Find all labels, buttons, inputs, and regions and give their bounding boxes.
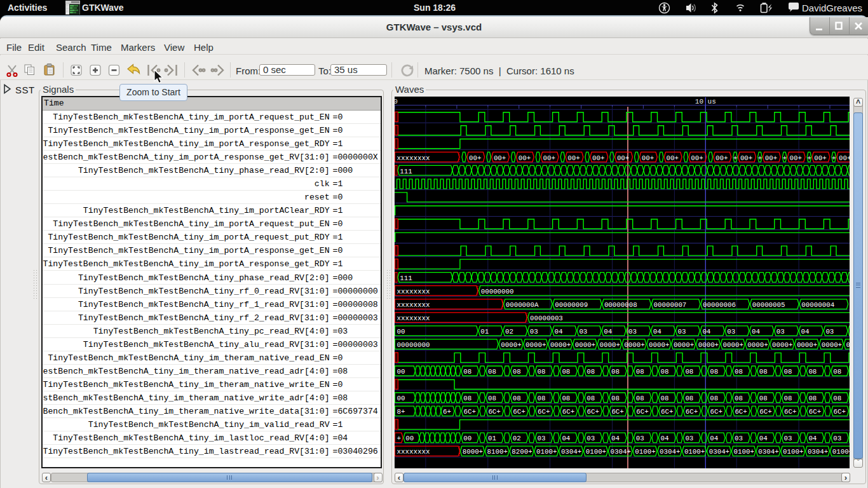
svg-text:00+: 00+ [740,154,752,162]
svg-text:08: 08 [562,368,570,376]
svg-text:0000+: 0000+ [501,341,521,349]
svg-text:03: 03 [735,435,743,442]
svg-text:08: 08 [710,368,718,376]
svg-text:0100+: 0100+ [586,448,606,456]
svg-text:6C+: 6C+ [710,408,722,416]
svg-text:00000004: 00000004 [801,301,834,309]
svg-text:00+: 00+ [567,154,580,162]
svg-text:xxxxxxxx: xxxxxxxx [397,315,430,322]
svg-text:+: + [782,154,786,162]
svg-text:03: 03 [685,435,693,442]
svg-text:00000000: 00000000 [481,288,514,295]
svg-text:0100+: 0100+ [734,448,754,456]
svg-text:08: 08 [513,395,521,402]
svg-text:03: 03 [727,328,735,336]
svg-text:0100+: 0100+ [684,448,705,456]
svg-text:0304+: 0304+ [758,448,778,456]
svg-text:0000000A: 0000000A [506,301,539,309]
svg-text:08: 08 [636,368,644,376]
svg-text:6C+: 6C+ [538,408,550,416]
svg-text:0304+: 0304+ [561,448,581,456]
svg-text:04: 04 [653,328,661,336]
svg-text:01: 01 [480,328,489,336]
svg-text:00+: 00+ [790,154,802,162]
svg-text:+: + [397,435,401,442]
svg-text:6C+: 6C+ [759,408,771,416]
svg-text:02: 02 [513,435,521,442]
svg-text:0: 0 [395,98,398,105]
svg-text:6C+: 6C+ [587,408,599,416]
svg-text:6C+: 6C+ [464,408,476,416]
svg-text:03: 03 [784,435,792,442]
svg-text:00: 00 [397,395,405,402]
svg-text:0000+: 0000+ [747,341,768,349]
svg-text:0100+: 0100+ [536,448,557,456]
svg-text:6C+: 6C+ [636,408,648,416]
svg-text:+: + [758,154,762,162]
svg-text:00000003: 00000003 [530,315,563,322]
svg-text:08: 08 [784,395,792,402]
svg-text:08: 08 [587,368,595,376]
svg-text:04: 04 [611,435,620,442]
svg-text:08: 08 [735,395,743,402]
svg-text:00+: 00+ [519,154,531,162]
svg-text:00+: 00+ [814,154,826,162]
svg-text:0000+: 0000+ [624,341,644,349]
svg-text:0000+: 0000+ [575,341,595,349]
svg-text:08: 08 [611,395,620,402]
svg-text:03: 03 [776,328,785,336]
svg-text:08: 08 [784,368,792,376]
svg-text:08: 08 [710,395,718,402]
svg-text:03: 03 [538,435,546,442]
svg-text:6C+: 6C+ [809,408,821,416]
svg-text:00: 00 [463,435,471,442]
svg-text:03: 03 [530,328,538,336]
svg-text:02: 02 [505,328,513,336]
svg-text:6C+: 6C+ [488,408,500,416]
svg-text:6C+: 6C+ [686,408,698,416]
svg-text:00+: 00+ [592,154,604,162]
svg-text:8200+: 8200+ [512,448,532,456]
svg-text:04: 04 [555,328,563,336]
svg-text:08: 08 [488,368,496,376]
svg-text:00000008: 00000008 [604,301,637,309]
svg-text:xxxxxxxx: xxxxxxxx [397,301,430,309]
svg-text:00+: 00+ [642,154,654,162]
svg-text:03: 03 [579,328,587,336]
svg-text:08: 08 [661,368,669,376]
svg-text:00: 00 [405,435,414,442]
svg-text:03: 03 [825,328,834,336]
svg-text:08: 08 [587,395,595,402]
svg-text:8000+: 8000+ [463,448,483,456]
svg-text:00+: 00+ [691,154,703,162]
svg-text:08: 08 [538,368,546,376]
svg-text:04: 04 [710,435,718,442]
svg-text:04: 04 [562,435,570,442]
svg-text:0000+: 0000+ [698,341,719,349]
svg-text:6C+: 6C+ [834,408,846,416]
svg-text:08: 08 [661,395,669,402]
svg-text:00000009: 00000009 [555,301,588,309]
svg-text:04: 04 [801,328,810,336]
svg-text:0000+: 0000+ [600,341,620,349]
svg-text:00000007: 00000007 [654,301,687,309]
svg-text:0000+: 0000+ [674,341,694,349]
svg-text:00+: 00+ [469,154,481,162]
svg-text:08: 08 [611,368,620,376]
svg-text:00+: 00+ [617,154,629,162]
svg-text:00: 00 [397,368,405,376]
svg-text:04: 04 [808,435,817,442]
svg-text:111: 111 [400,274,412,282]
svg-text:03: 03 [628,328,637,336]
svg-text:8100+: 8100+ [487,448,508,456]
svg-text:08: 08 [759,368,768,376]
svg-text:03: 03 [636,435,644,442]
svg-text:0100+: 0100+ [832,448,850,456]
svg-text:08: 08 [685,368,693,376]
svg-text:04: 04 [752,328,760,336]
svg-text:08: 08 [735,368,743,376]
svg-text:6C+: 6C+ [661,408,673,416]
svg-text:04: 04 [661,435,669,442]
svg-text:08: 08 [513,368,521,376]
svg-text:0304+: 0304+ [808,448,828,456]
